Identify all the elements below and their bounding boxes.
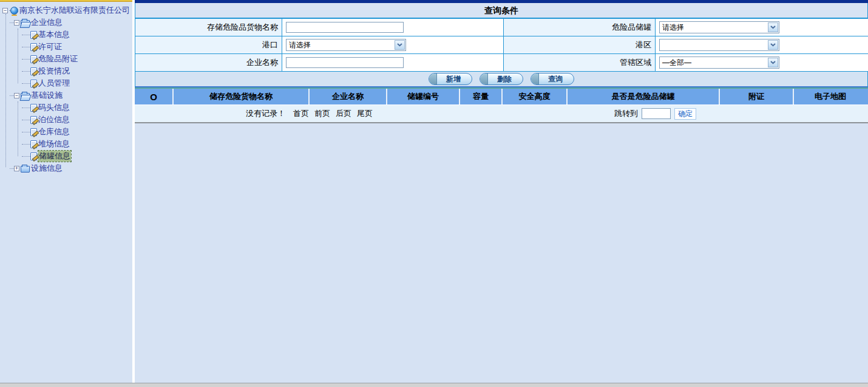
sidebar-item-tank-info[interactable]: 储罐信息 (0, 150, 132, 162)
sidebar-item-investment[interactable]: 投资情况 (0, 65, 132, 77)
tree-item-label: 企业信息 (31, 17, 63, 28)
port-area-select[interactable] (659, 39, 779, 51)
tree-item-label: 码头信息 (38, 102, 70, 113)
cargo-name-label: 存储危险品货物名称 (135, 19, 282, 36)
app-window: − 南京长宁水陆联运有限责任公司 − 企业信息 基本信息 许可证 (0, 0, 868, 387)
jump-to-label: 跳转到 (614, 108, 638, 119)
document-edit-icon (30, 67, 37, 75)
sidebar-item-warehouse-info[interactable]: 仓库信息 (0, 126, 132, 138)
column-header-tank-number: 储罐编号 (387, 89, 460, 104)
tree-item-label: 基础设施 (31, 90, 63, 101)
sidebar-item-enterprise-info[interactable]: − 企业信息 (0, 16, 132, 29)
sidebar-item-berth-info[interactable]: 泊位信息 (0, 114, 132, 126)
sidebar-item-license[interactable]: 许可证 (0, 41, 132, 53)
company-name-cell (282, 54, 503, 71)
pager-last-link[interactable]: 尾页 (357, 108, 373, 119)
company-name-label: 企业名称 (135, 54, 282, 71)
chevron-down-icon (768, 40, 778, 50)
company-name-input[interactable] (286, 57, 404, 68)
tree-item-label-selected: 储罐信息 (38, 151, 71, 162)
select-all-column-header[interactable]: O (135, 89, 174, 104)
empty-content-area (135, 123, 868, 381)
column-header-cargo-name: 储存危险货物名称 (174, 89, 310, 104)
pager-first-link[interactable]: 首页 (293, 108, 309, 119)
delete-button[interactable]: 删除 (480, 73, 523, 85)
query-form: 存储危险品货物名称 危险品储罐 请选择 港口 请选择 (135, 19, 868, 72)
document-edit-icon (30, 43, 37, 51)
tree-item-label: 投资情况 (38, 66, 70, 77)
document-edit-icon (30, 128, 37, 136)
pagination-bar: 没有记录！ 首页 前页 后页 尾页 跳转到 确定 (135, 104, 868, 122)
tree-expand-icon[interactable]: + (14, 166, 19, 171)
main-content: 查询条件 存储危险品货物名称 危险品储罐 请选择 港口 请选择 (135, 0, 868, 383)
chevron-down-icon (768, 22, 778, 32)
sidebar-item-company-root[interactable]: − 南京长宁水陆联运有限责任公司 (0, 4, 132, 16)
bottom-status-strip (0, 383, 868, 387)
column-header-capacity: 容量 (460, 89, 503, 104)
button-cap (531, 74, 539, 84)
sidebar-item-infrastructure[interactable]: − 基础设施 (0, 89, 132, 101)
button-cap (480, 74, 488, 84)
region-label: 管辖区域 (504, 54, 655, 71)
port-cell: 请选择 (282, 36, 503, 53)
button-cap (429, 74, 437, 84)
tree-collapse-icon[interactable]: − (2, 8, 8, 13)
sidebar-item-yard-info[interactable]: 堆场信息 (0, 138, 132, 150)
tree-item-label: 堆场信息 (38, 139, 70, 149)
document-edit-icon (30, 55, 37, 63)
document-edit-icon (30, 116, 37, 124)
region-cell: —全部— (656, 54, 868, 71)
pager-prev-link[interactable]: 前页 (314, 108, 330, 119)
confirm-button[interactable]: 确定 (674, 108, 696, 120)
tree-item-label: 泊位信息 (38, 114, 70, 125)
sidebar-item-basic-info[interactable]: 基本信息 (0, 29, 132, 41)
folder-open-icon (21, 20, 30, 27)
document-edit-icon (30, 31, 37, 39)
tree-item-label: 仓库信息 (38, 126, 70, 137)
jump-page-input[interactable] (642, 108, 671, 119)
tank-cell: 请选择 (656, 19, 868, 36)
folder-open-icon (21, 93, 30, 100)
cargo-name-input[interactable] (286, 22, 404, 33)
globe-icon (10, 7, 18, 15)
port-area-label: 港区 (504, 36, 655, 53)
port-select[interactable]: 请选择 (286, 39, 406, 51)
query-conditions-title: 查询条件 (135, 3, 868, 19)
tree-collapse-icon[interactable]: − (14, 20, 19, 26)
chevron-down-icon (768, 58, 778, 67)
search-button[interactable]: 查询 (531, 73, 574, 85)
document-edit-icon (30, 104, 37, 112)
pagination-links: 没有记录！ 首页 前页 后页 尾页 (246, 105, 373, 122)
port-area-cell (656, 36, 868, 53)
tree-connector (18, 101, 18, 156)
port-label: 港口 (135, 36, 282, 53)
add-button[interactable]: 新增 (429, 73, 472, 85)
region-select[interactable]: —全部— (659, 57, 779, 69)
navigation-sidebar: − 南京长宁水陆联运有限责任公司 − 企业信息 基本信息 许可证 (0, 0, 132, 383)
navigation-tree: − 南京长宁水陆联运有限责任公司 − 企业信息 基本信息 许可证 (0, 2, 132, 174)
sidebar-item-dangerous-goods-cert[interactable]: 危险品附证 (0, 53, 132, 65)
no-records-text: 没有记录！ (246, 108, 285, 119)
sidebar-item-facility-info[interactable]: + 设施信息 (0, 162, 132, 174)
tree-item-label: 基本信息 (38, 29, 70, 40)
column-header-attached-cert: 附证 (720, 89, 794, 104)
tree-connector (18, 29, 18, 83)
select-all-icon: O (150, 92, 157, 102)
folder-closed-icon (21, 166, 30, 173)
results-table-header: O 储存危险货物名称 企业名称 储罐编号 容量 安全高度 是否是危险品储罐 附证… (135, 89, 868, 104)
chevron-down-icon (395, 40, 405, 50)
column-header-safe-height: 安全高度 (503, 89, 568, 104)
pager-next-link[interactable]: 后页 (336, 108, 351, 119)
tree-item-label: 设施信息 (31, 163, 63, 174)
column-header-company: 企业名称 (310, 89, 387, 104)
tree-collapse-icon[interactable]: − (14, 93, 19, 98)
tree-item-label: 危险品附证 (38, 53, 78, 64)
tank-select[interactable]: 请选择 (659, 21, 779, 33)
column-header-electronic-map: 电子地图 (794, 89, 867, 104)
column-header-is-dangerous-tank: 是否是危险品储罐 (568, 89, 720, 104)
tree-item-label: 南京长宁水陆联运有限责任公司 (19, 5, 130, 16)
sidebar-item-personnel[interactable]: 人员管理 (0, 77, 132, 89)
action-button-bar: 新增 删除 查询 (135, 72, 868, 87)
sidebar-item-wharf-info[interactable]: 码头信息 (0, 101, 132, 114)
document-edit-icon (30, 152, 37, 160)
